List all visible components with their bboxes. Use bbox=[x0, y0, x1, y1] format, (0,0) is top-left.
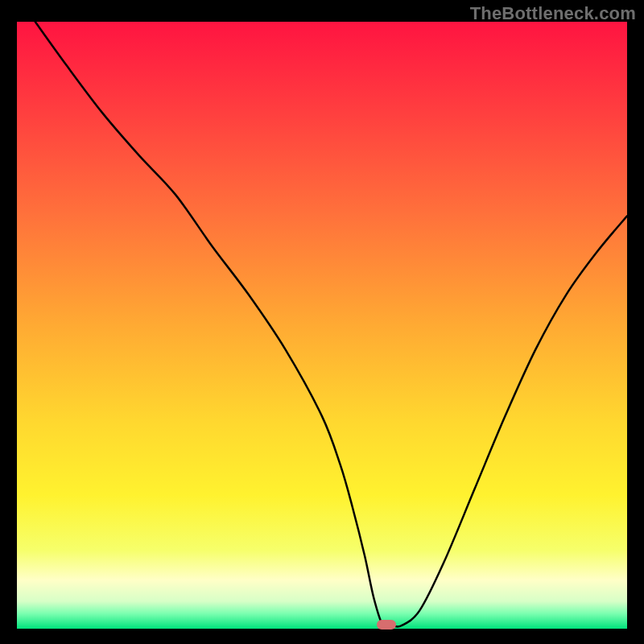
bottleneck-chart bbox=[17, 22, 627, 629]
chart-frame: TheBottleneck.com bbox=[0, 0, 644, 644]
optimal-point-marker bbox=[377, 620, 396, 630]
watermark-text: TheBottleneck.com bbox=[470, 3, 636, 24]
gradient-background bbox=[17, 22, 627, 629]
